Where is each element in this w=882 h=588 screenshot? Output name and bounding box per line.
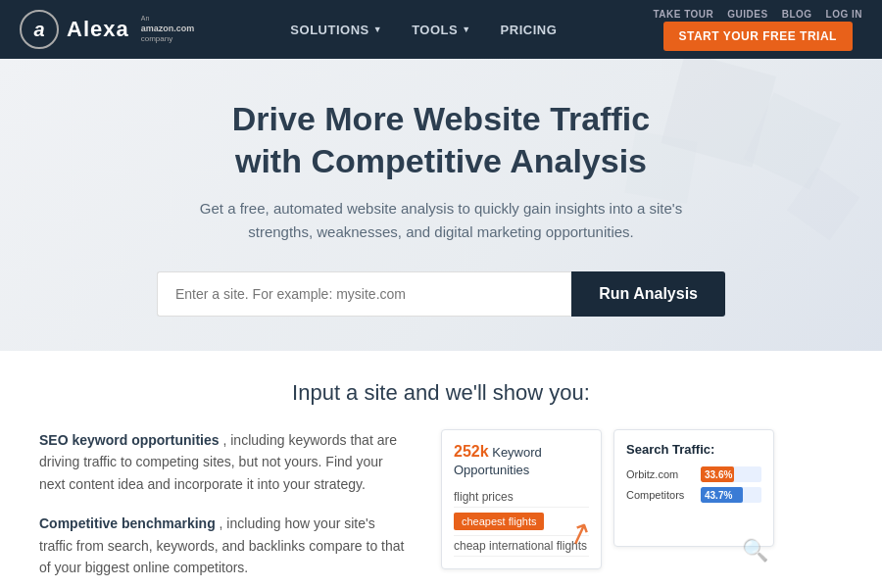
- login-link[interactable]: LOG IN: [826, 9, 862, 20]
- solutions-dropdown-arrow: ▼: [373, 24, 382, 34]
- alexa-logo-text: Alexa: [67, 17, 129, 42]
- navbar-right: TAKE TOUR GUIDES BLOG LOG IN START YOUR …: [653, 9, 862, 51]
- traffic-row-1: Orbitz.com 33.6%: [626, 466, 761, 482]
- site-search-input[interactable]: [157, 271, 571, 317]
- traffic-row-2: Competitors 43.7%: [626, 487, 761, 503]
- logo-area: a Alexa An amazon.com company: [20, 10, 194, 49]
- run-analysis-button[interactable]: Run Analysis: [571, 271, 725, 317]
- amazon-badge: An amazon.com company: [141, 14, 195, 44]
- hero-section: Drive More Website Traffic with Competit…: [0, 59, 882, 351]
- svg-rect-2: [625, 131, 698, 204]
- keyword-card-wrap: 252k Keyword Opportunities flight prices…: [441, 429, 602, 569]
- tools-dropdown-arrow: ▼: [462, 24, 470, 34]
- traffic-card: Search Traffic: Orbitz.com 33.6% Competi…: [613, 429, 774, 547]
- feature-seo: SEO keyword opportunities , including ke…: [39, 429, 412, 495]
- traffic-card-wrap: Search Traffic: Orbitz.com 33.6% Competi…: [613, 429, 774, 569]
- traffic-bar-competitors-fill: 43.7%: [701, 487, 743, 503]
- navbar: a Alexa An amazon.com company SOLUTIONS …: [0, 0, 882, 59]
- features-section: Input a site and we'll show you: SEO key…: [0, 351, 882, 588]
- features-visuals: 252k Keyword Opportunities flight prices…: [441, 429, 774, 569]
- traffic-bar-orbitz-bg: 33.6%: [701, 466, 761, 482]
- magnify-icon: 🔍: [742, 538, 768, 564]
- features-text: SEO keyword opportunities , including ke…: [39, 429, 412, 588]
- traffic-bar-competitors-bg: 43.7%: [701, 487, 761, 503]
- keyword-item-1: flight prices: [454, 487, 589, 508]
- nav-center: SOLUTIONS ▼ TOOLS ▼ PRICING: [194, 23, 653, 37]
- hero-bg-decoration: [588, 59, 882, 265]
- site-search-bar: Run Analysis: [157, 271, 725, 317]
- feature-benchmarking: Competitive benchmarking , including how…: [39, 513, 412, 578]
- guides-link[interactable]: GUIDES: [727, 9, 767, 20]
- features-content: SEO keyword opportunities , including ke…: [39, 429, 843, 588]
- traffic-bar-orbitz-fill: 33.6%: [701, 466, 734, 482]
- traffic-card-title: Search Traffic:: [626, 442, 761, 457]
- start-free-trial-button[interactable]: START YOUR FREE TRIAL: [663, 22, 853, 51]
- keyword-card-title: 252k Keyword Opportunities: [454, 442, 589, 479]
- nav-tools[interactable]: TOOLS ▼: [412, 23, 470, 37]
- nav-solutions[interactable]: SOLUTIONS ▼: [290, 23, 382, 37]
- take-tour-link[interactable]: TAKE TOUR: [653, 9, 713, 20]
- features-title: Input a site and we'll show you:: [39, 380, 843, 406]
- nav-pricing[interactable]: PRICING: [501, 23, 558, 37]
- alexa-logo-icon: a: [20, 10, 59, 49]
- blog-link[interactable]: BLOG: [782, 9, 812, 20]
- navbar-top-links: TAKE TOUR GUIDES BLOG LOG IN: [653, 9, 862, 20]
